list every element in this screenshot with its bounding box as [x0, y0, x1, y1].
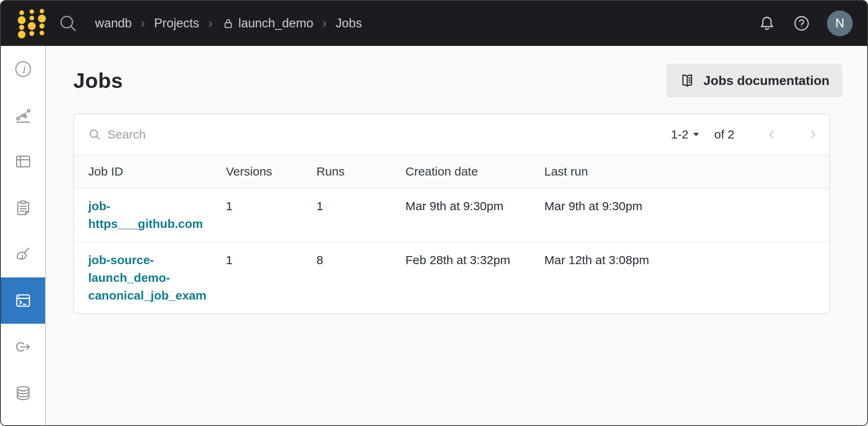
- broom-icon: [14, 245, 33, 264]
- wandb-logo-icon[interactable]: [15, 8, 48, 39]
- job-id-link[interactable]: job-https___github.com: [88, 197, 216, 233]
- last-run-cell: Mar 12th at 3:08pm: [544, 251, 829, 269]
- clipboard-icon: [14, 199, 33, 217]
- avatar[interactable]: N: [827, 10, 853, 36]
- line-chart-icon: [14, 106, 33, 125]
- runs-cell: 1: [316, 197, 405, 215]
- search-icon: [88, 128, 101, 141]
- table-row: job-source-launch_demo-canonical_job_exa…: [74, 242, 829, 313]
- breadcrumb-page[interactable]: Jobs: [335, 16, 362, 31]
- app-window: wandb › Projects › launch_demo › Jobs: [0, 0, 868, 426]
- jobs-documentation-button[interactable]: Jobs documentation: [666, 64, 842, 97]
- help-icon[interactable]: [792, 14, 811, 33]
- avatar-initial: N: [835, 16, 844, 31]
- table-row: job-https___github.com 1 1 Mar 9th at 9:…: [74, 188, 829, 242]
- sidebar-item-runs-table[interactable]: [1, 139, 45, 185]
- breadcrumb-separator: ›: [208, 16, 213, 31]
- table-toolbar: 1-2 of 2: [74, 114, 829, 155]
- launch-arrow-icon: [14, 337, 33, 356]
- versions-cell: 1: [226, 197, 316, 215]
- table-search: [88, 128, 671, 141]
- svg-text:i: i: [22, 63, 26, 75]
- breadcrumb: wandb › Projects › launch_demo › Jobs: [95, 16, 362, 31]
- book-icon: [679, 72, 695, 89]
- page-range-dropdown[interactable]: 1-2: [671, 128, 700, 141]
- jobs-documentation-label: Jobs documentation: [703, 73, 829, 88]
- terminal-icon: [14, 291, 33, 310]
- search-input[interactable]: [107, 128, 357, 141]
- breadcrumb-project[interactable]: launch_demo: [221, 16, 313, 31]
- sidebar-item-automations[interactable]: [1, 324, 45, 370]
- bell-icon[interactable]: [758, 14, 776, 33]
- breadcrumb-entity[interactable]: wandb: [95, 16, 132, 31]
- top-navbar: wandb › Projects › launch_demo › Jobs: [1, 1, 867, 46]
- breadcrumb-project-label: launch_demo: [238, 16, 313, 31]
- sidebar-item-artifacts[interactable]: [1, 370, 45, 416]
- app-body: i: [1, 46, 867, 425]
- column-header-runs[interactable]: Runs: [316, 163, 405, 180]
- table-icon: [14, 152, 33, 171]
- sidebar-item-sweeps[interactable]: [1, 231, 45, 277]
- page-title: Jobs: [73, 68, 123, 93]
- topbar-actions: N: [758, 10, 853, 36]
- sidebar-item-jobs[interactable]: [1, 277, 45, 324]
- breadcrumb-separator: ›: [141, 16, 145, 31]
- job-id-link[interactable]: job-source-launch_demo-canonical_job_exa…: [88, 251, 216, 304]
- database-icon: [14, 384, 33, 403]
- search-icon[interactable]: [58, 13, 78, 33]
- versions-cell: 1: [226, 251, 316, 269]
- chevron-down-icon: [692, 132, 700, 137]
- runs-cell: 8: [316, 251, 405, 269]
- column-header-job-id[interactable]: Job ID: [88, 163, 226, 180]
- page-range-value: 1-2: [671, 128, 688, 141]
- sidebar-item-reports[interactable]: [1, 185, 45, 231]
- chevron-left-icon[interactable]: [766, 128, 778, 141]
- chevron-right-icon[interactable]: [807, 128, 819, 141]
- jobs-table-card: 1-2 of 2: [73, 114, 830, 314]
- column-header-versions[interactable]: Versions: [226, 163, 316, 180]
- column-header-last-run[interactable]: Last run: [544, 163, 829, 180]
- lock-icon: [221, 17, 235, 30]
- page-total-label: of 2: [714, 128, 734, 141]
- column-header-creation-date[interactable]: Creation date: [405, 163, 544, 180]
- info-icon: i: [14, 60, 33, 79]
- creation-date-cell: Mar 9th at 9:30pm: [405, 197, 544, 215]
- sidebar-item-workspace[interactable]: [1, 92, 45, 139]
- breadcrumb-separator: ›: [322, 16, 327, 31]
- pagination: 1-2 of 2: [671, 128, 819, 141]
- project-sidebar: i: [1, 46, 46, 425]
- last-run-cell: Mar 9th at 9:30pm: [544, 197, 829, 215]
- breadcrumb-section[interactable]: Projects: [154, 16, 199, 31]
- creation-date-cell: Feb 28th at 3:32pm: [405, 251, 544, 269]
- page-header: Jobs Jobs documentation: [73, 64, 842, 97]
- sidebar-item-overview[interactable]: i: [1, 46, 45, 92]
- main-content: Jobs Jobs documentation: [46, 46, 867, 425]
- table-header-row: Job ID Versions Runs Creation date Last …: [74, 155, 829, 188]
